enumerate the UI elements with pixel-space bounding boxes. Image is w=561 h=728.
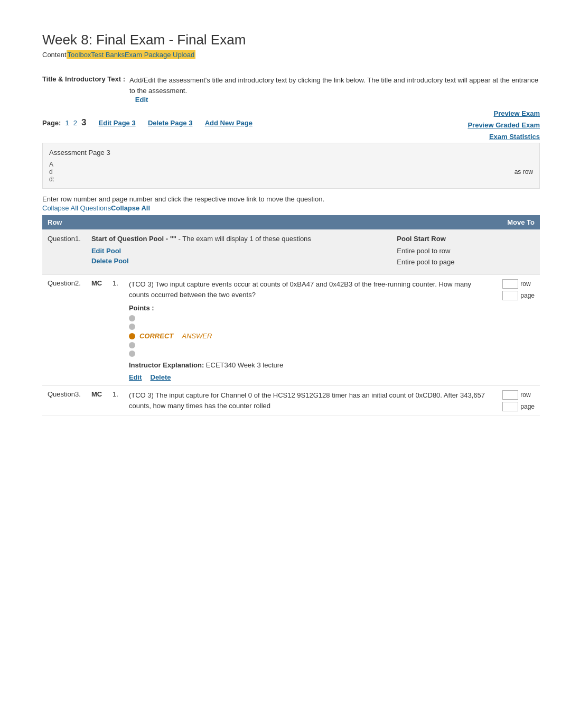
question-2-type: MC xyxy=(86,275,107,386)
answer-dot-1 xyxy=(129,315,135,321)
question-2-moveto: row page xyxy=(497,275,540,386)
add-new-page-link[interactable]: Add New Page xyxy=(205,119,253,127)
q3-row-field[interactable] xyxy=(502,390,518,400)
entire-pool-to-page: Entire pool to page xyxy=(397,258,454,266)
question-2-content: (TCO 3) Two input capture events occur a… xyxy=(124,275,497,386)
pool-title: Start of Question Pool - "" xyxy=(91,235,176,243)
q2-page-input: page xyxy=(502,291,535,300)
answer-option-4 xyxy=(129,342,492,348)
q3-text: (TCO 3) The input capture for Channel 0 … xyxy=(129,390,492,411)
q2-page-field[interactable] xyxy=(502,291,518,300)
pool-subtitle: - The exam will display 1 of these quest… xyxy=(179,235,311,243)
breadcrumb-prefix: Content xyxy=(42,51,67,59)
answer-dot-2 xyxy=(129,324,135,330)
pool-start-row-label: Pool Start Row xyxy=(397,235,445,243)
preview-exam-link[interactable]: Preview Exam xyxy=(494,108,540,119)
question-3-moveto: row page xyxy=(497,386,540,416)
answer-option-2 xyxy=(129,324,492,330)
answer-dot-5 xyxy=(129,351,135,357)
question-3-type: MC xyxy=(86,386,107,416)
table-row: Question3. MC 1. (TCO 3) The input captu… xyxy=(42,386,540,416)
add-question-sublabel: d: xyxy=(49,176,54,183)
instructor-explanation: Instructor Explanation: ECET340 Week 3 l… xyxy=(129,361,492,369)
answer-option-5 xyxy=(129,351,492,357)
q2-row-input: row xyxy=(502,279,535,289)
question-1-pool-content: Start of Question Pool - "" - The exam w… xyxy=(86,229,497,275)
pool-actions: Edit Pool Delete Pool xyxy=(91,247,311,265)
assessment-page-box: Assessment Page 3 A d d: as row xyxy=(42,143,540,189)
question-2-num: 1. xyxy=(107,275,124,386)
delete-page-link[interactable]: Delete Page 3 xyxy=(148,119,193,127)
breadcrumb: Content ToolboxTest BanksExam Package Up… xyxy=(42,50,540,59)
correct-answer-label: ANSWER xyxy=(182,332,212,340)
assessment-page-title: Assessment Page 3 xyxy=(49,149,533,156)
instructor-explanation-text: ECET340 Week 3 lecture xyxy=(206,361,283,369)
questions-table: Row Move To Question1. Start of Question… xyxy=(42,215,540,416)
q2-row-label: row xyxy=(520,280,530,288)
question-3-content: (TCO 3) The input capture for Channel 0 … xyxy=(124,386,497,416)
test-banks-link[interactable]: Test Banks xyxy=(91,51,125,59)
q2-num: 1. xyxy=(113,279,118,287)
collapse-all-link[interactable]: Collapse All xyxy=(111,204,150,212)
toolbox-link[interactable]: Toolbox xyxy=(68,51,91,59)
as-row-text: as row xyxy=(515,168,533,176)
edit-page-link[interactable]: Edit Page 3 xyxy=(99,119,136,127)
q2-edit-link[interactable]: Edit xyxy=(129,373,142,381)
page-nav-label: Page: xyxy=(42,119,61,127)
page-1-link[interactable]: 1 xyxy=(65,119,69,127)
q3-row-label: row xyxy=(520,391,530,399)
exam-package-link[interactable]: Exam Package Upload xyxy=(125,51,194,59)
pool-right: Pool Start Row Entire pool to row Entire… xyxy=(397,235,492,269)
q3-page-input: page xyxy=(502,402,535,411)
page-nav-row: Page: 1 2 3 Edit Page 3 Delete Page 3 Ad… xyxy=(42,117,253,128)
q2-text: (TCO 3) Two input capture events occur a… xyxy=(129,279,492,300)
answer-option-1 xyxy=(129,315,492,321)
collapse-all-questions-link[interactable]: Collapse All Questions xyxy=(42,204,111,212)
title-intro-description: Add/Edit the assessment's title and intr… xyxy=(129,76,538,95)
move-to-header: Move To xyxy=(497,215,540,229)
table-header-row: Row Move To xyxy=(42,215,540,229)
q3-row-page-inputs: row page xyxy=(502,390,535,411)
preview-actions: Preview Exam Preview Graded Exam Exam St… xyxy=(467,108,540,143)
content-header xyxy=(86,215,497,229)
question-3-num: 1. xyxy=(107,386,124,416)
page-nav-and-preview: Page: 1 2 3 Edit Page 3 Delete Page 3 Ad… xyxy=(42,112,540,143)
q3-type: MC xyxy=(91,390,102,398)
table-row: Question1. Start of Question Pool - "" -… xyxy=(42,229,540,275)
q2-delete-link[interactable]: Delete xyxy=(151,373,171,381)
add-question-label: d xyxy=(49,168,54,176)
q2-type: MC xyxy=(91,279,102,287)
title-intro-section: Title & Introductory Text : Add/Edit the… xyxy=(42,75,540,104)
page-title: Week 8: Final Exam - Final Exam xyxy=(42,32,540,48)
add-question-letter: A xyxy=(49,161,54,168)
answer-dot-4 xyxy=(129,342,135,348)
q2-row-field[interactable] xyxy=(502,279,518,289)
pool-header: Start of Question Pool - "" - The exam w… xyxy=(91,235,492,269)
page-3-link[interactable]: 3 xyxy=(81,117,86,128)
preview-graded-exam-link[interactable]: Preview Graded Exam xyxy=(467,119,540,131)
q3-num: 1. xyxy=(113,390,118,398)
q3-row-input: row xyxy=(502,390,535,400)
breadcrumb-highlight: ToolboxTest BanksExam Package Upload xyxy=(67,50,196,59)
question-1-moveto xyxy=(497,229,540,275)
collapse-row: Collapse All QuestionsCollapse All xyxy=(42,204,540,212)
exam-statistics-link[interactable]: Exam Statistics xyxy=(489,131,540,143)
q3-page-field[interactable] xyxy=(502,402,518,411)
instructor-explanation-label: Instructor Explanation: xyxy=(129,361,204,369)
table-row: Question2. MC 1. (TCO 3) Two input captu… xyxy=(42,275,540,386)
title-intro-label: Title & Introductory Text : xyxy=(42,75,125,83)
add-question-cell: A d d: xyxy=(49,161,54,183)
answer-dot-3 xyxy=(129,333,135,339)
q2-row-page-inputs: row page xyxy=(502,279,535,300)
q2-points-label: Points : xyxy=(129,304,492,312)
question-2-number: Question2. xyxy=(42,275,86,386)
add-question-row: A d d: as row xyxy=(49,161,533,183)
delete-pool-link[interactable]: Delete Pool xyxy=(91,257,311,265)
title-intro-edit-link[interactable]: Edit xyxy=(135,96,148,104)
q2-actions: Edit Delete xyxy=(129,373,492,381)
edit-pool-link[interactable]: Edit Pool xyxy=(91,247,311,255)
instruction-row: Enter row number and page number and cli… xyxy=(42,195,540,203)
row-header: Row xyxy=(42,215,86,229)
entire-pool-to-row: Entire pool to row xyxy=(397,247,450,255)
page-2-link[interactable]: 2 xyxy=(73,119,77,127)
